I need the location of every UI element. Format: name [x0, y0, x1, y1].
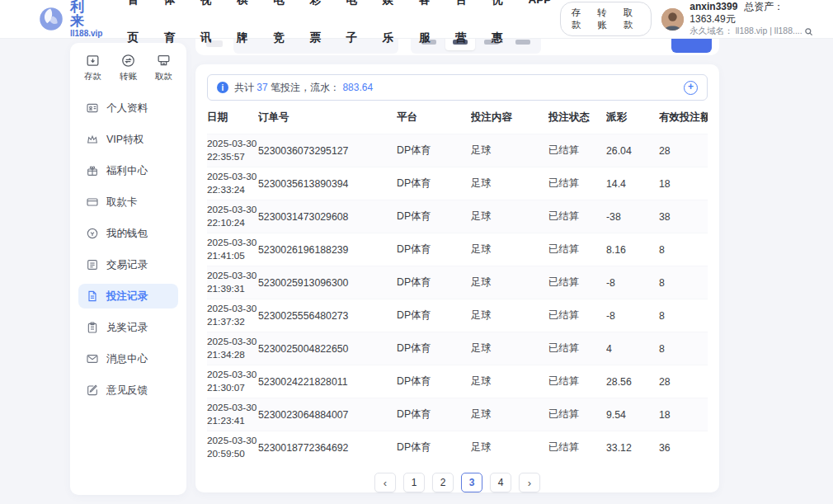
- cell-date: 2025-03-30 21:34:28: [207, 336, 258, 361]
- cell-platform: DP体育: [397, 440, 471, 455]
- sidebar-item-bet-records[interactable]: 投注记录: [78, 284, 178, 309]
- clipboard-icon: [86, 321, 99, 334]
- table-row[interactable]: 2025-03-30 21:23:41 5230023064884007 DP体…: [207, 398, 708, 431]
- bet-count: 37: [256, 82, 267, 93]
- sidebar-item-feedback[interactable]: 意见反馈: [78, 378, 178, 403]
- sidebar-item-label: 意见反馈: [106, 384, 148, 398]
- bank-card-icon: [86, 195, 99, 209]
- cell-bet-status: 已结算: [548, 243, 606, 257]
- col-order: 订单号: [258, 111, 397, 125]
- cell-order-number: 5230025913096300: [258, 277, 397, 289]
- col-platform: 平台: [397, 111, 471, 125]
- cell-order-number: 5230031473029608: [258, 211, 397, 223]
- table-row[interactable]: 2025-03-30 22:35:57 5230036073295127 DP体…: [207, 134, 708, 167]
- sidebar-item-redeem-records[interactable]: 兑奖记录: [78, 315, 178, 340]
- sidebar-item-messages[interactable]: 消息中心: [78, 346, 178, 371]
- wallet-quick-link[interactable]: 存款: [572, 7, 589, 31]
- nav-item[interactable]: APP: [520, 0, 560, 57]
- deposit-action[interactable]: 存款: [84, 53, 101, 82]
- sidebar-item-withdraw-card[interactable]: 取款卡: [78, 190, 178, 214]
- prev-page-button[interactable]: ‹: [374, 473, 396, 492]
- nav-item[interactable]: 客服: [410, 0, 446, 57]
- cell-date: 2025-03-30 22:10:24: [207, 204, 258, 229]
- next-page-button[interactable]: ›: [519, 473, 540, 492]
- page-button[interactable]: 2: [432, 473, 454, 492]
- brand-logo-icon: [38, 6, 64, 32]
- sidebar-item-transactions[interactable]: 交易记录: [78, 252, 178, 277]
- page-button[interactable]: 3: [461, 473, 482, 492]
- nav-item[interactable]: 优惠: [483, 0, 520, 57]
- cell-platform: DP体育: [397, 374, 471, 389]
- page-button[interactable]: 4: [490, 473, 511, 492]
- nav-item[interactable]: 电子: [337, 0, 374, 57]
- brand-name: 利 来: [70, 0, 109, 28]
- nav-item[interactable]: 视讯: [191, 0, 228, 57]
- cell-platform: DP体育: [397, 276, 471, 290]
- nav-item[interactable]: 电竞: [265, 0, 301, 57]
- table-row[interactable]: 2025-03-30 21:34:28 5230025004822650 DP体…: [207, 332, 708, 365]
- sidebar-item-welfare[interactable]: 福利中心: [78, 158, 178, 183]
- cell-bet-content: 足球: [471, 276, 548, 290]
- nav-item[interactable]: 体育: [155, 0, 191, 57]
- cell-payout: 14.4: [606, 178, 659, 190]
- cell-date: 2025-03-30 21:23:41: [207, 402, 258, 427]
- nav-item[interactable]: 彩票: [301, 0, 337, 57]
- bet-records-card: i 共计 37 笔投注，流水： 883.64 + 日期 订单号 平台 投注内容 …: [195, 64, 719, 492]
- withdraw-label: 取款: [155, 71, 172, 82]
- top-navbar: 利 来 ll188.vip 首页体育视讯棋牌电竞彩票电子娱乐客服合营优惠APP …: [0, 0, 833, 39]
- domain-line: 永久域名： ll188.vip | ll188....: [689, 26, 818, 36]
- cell-bet-content: 足球: [471, 177, 548, 191]
- cell-platform: DP体育: [397, 144, 471, 158]
- cell-bet-status: 已结算: [548, 309, 606, 323]
- user-box[interactable]: anxin3399总资产： 1363.49元 永久域名： ll188.vip |…: [661, 1, 818, 36]
- cell-bet-status: 已结算: [548, 374, 606, 389]
- sidebar-item-wallet[interactable]: 我的钱包: [78, 221, 178, 246]
- nav-item[interactable]: 首页: [119, 0, 155, 57]
- table-row[interactable]: 2025-03-30 21:41:05 5230026196188239 DP体…: [207, 233, 708, 266]
- sidebar-item-label: 兑奖记录: [106, 321, 148, 335]
- sidebar-item-label: VIP特权: [106, 133, 144, 147]
- nav-item[interactable]: 棋牌: [228, 0, 265, 57]
- table-row[interactable]: 2025-03-30 20:59:50 5230018772364692 DP体…: [207, 431, 708, 464]
- cell-valid-amount: 8: [659, 310, 708, 322]
- cell-bet-content: 足球: [471, 309, 548, 323]
- nav-item[interactable]: 娱乐: [374, 0, 410, 57]
- expand-plus-icon[interactable]: +: [684, 81, 698, 95]
- page: 利 来 ll188.vip 首页体育视讯棋牌电竞彩票电子娱乐客服合营优惠APP …: [0, 0, 833, 504]
- wallet-quick-link[interactable]: 转账: [597, 7, 614, 31]
- turnover-amount: 883.64: [342, 82, 373, 93]
- cell-order-number: 5230018772364692: [258, 442, 397, 454]
- wallet-icon: [86, 227, 99, 240]
- page-button[interactable]: 1: [403, 473, 425, 492]
- avatar[interactable]: [661, 8, 684, 31]
- sidebar-item-vip[interactable]: VIP特权: [78, 127, 178, 152]
- list-document-icon: [86, 258, 99, 271]
- envelope-icon: [86, 352, 99, 365]
- wallet-quick-pill: 存款转账取款: [560, 2, 652, 36]
- cell-order-number: 5230024221828011: [258, 376, 397, 388]
- cell-bet-content: 足球: [471, 341, 548, 356]
- cell-date: 2025-03-30 22:33:24: [207, 171, 258, 196]
- cell-valid-amount: 8: [659, 343, 708, 355]
- user-info-line: anxin3399总资产： 1363.49元: [689, 1, 818, 26]
- table-row[interactable]: 2025-03-30 22:10:24 5230031473029608 DP体…: [207, 200, 708, 233]
- search-icon[interactable]: [804, 27, 813, 36]
- sidebar-item-label: 福利中心: [106, 164, 148, 178]
- transfer-action[interactable]: 转账: [120, 53, 137, 82]
- file-icon: [86, 290, 99, 303]
- wallet-quick-link[interactable]: 取款: [624, 7, 641, 31]
- table-row[interactable]: 2025-03-30 22:33:24 5230035613890394 DP体…: [207, 167, 708, 200]
- cell-payout: 33.12: [606, 442, 659, 454]
- withdraw-action[interactable]: 取款: [155, 53, 172, 82]
- sidebar-item-profile[interactable]: 个人资料: [78, 96, 178, 120]
- table-row[interactable]: 2025-03-30 21:37:32 5230025556480273 DP体…: [207, 299, 708, 332]
- cell-payout: -38: [606, 211, 659, 223]
- search-button[interactable]: [671, 38, 712, 53]
- table-row[interactable]: 2025-03-30 21:30:07 5230024221828011 DP体…: [207, 365, 708, 398]
- nav-item[interactable]: 合营: [447, 0, 483, 57]
- col-content: 投注内容: [471, 111, 548, 125]
- deposit-icon: [85, 53, 101, 68]
- brand-logo[interactable]: 利 来 ll188.vip: [38, 0, 109, 38]
- table-row[interactable]: 2025-03-30 21:39:31 5230025913096300 DP体…: [207, 266, 708, 299]
- cell-bet-content: 足球: [471, 210, 548, 224]
